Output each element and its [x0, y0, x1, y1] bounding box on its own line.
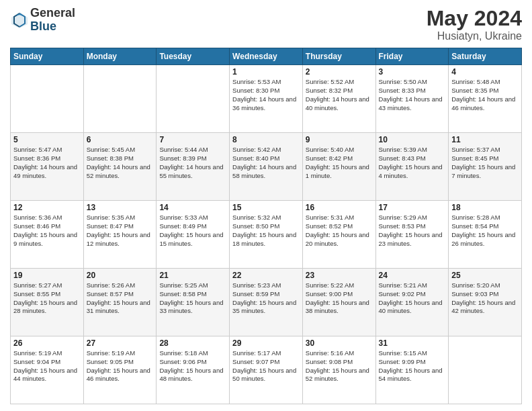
day-number: 7	[159, 135, 226, 144]
day-number: 28	[159, 338, 226, 348]
day-info: Sunrise: 5:31 AM Sunset: 8:52 PM Dayligh…	[306, 214, 373, 248]
day-cell: 26Sunrise: 5:19 AM Sunset: 9:04 PM Dayli…	[11, 336, 84, 404]
day-number: 10	[379, 135, 446, 144]
day-number: 22	[232, 271, 300, 280]
day-info: Sunrise: 5:25 AM Sunset: 8:58 PM Dayligh…	[159, 281, 226, 316]
day-header-monday: Monday	[83, 48, 157, 65]
day-number: 3	[379, 67, 446, 77]
week-row-4: 26Sunrise: 5:19 AM Sunset: 9:04 PM Dayli…	[11, 336, 522, 404]
day-info: Sunrise: 5:23 AM Sunset: 8:59 PM Dayligh…	[232, 281, 300, 316]
day-number: 26	[13, 338, 81, 348]
day-info: Sunrise: 5:19 AM Sunset: 9:04 PM Dayligh…	[13, 349, 81, 383]
day-header-thursday: Thursday	[302, 48, 375, 65]
logo-text: General Blue	[30, 7, 75, 34]
day-cell	[157, 65, 230, 133]
day-info: Sunrise: 5:22 AM Sunset: 9:00 PM Dayligh…	[306, 281, 373, 316]
day-cell: 18Sunrise: 5:28 AM Sunset: 8:54 PM Dayli…	[449, 201, 522, 269]
day-info: Sunrise: 5:17 AM Sunset: 9:07 PM Dayligh…	[232, 349, 300, 383]
day-number: 16	[306, 203, 373, 212]
day-cell: 1Sunrise: 5:53 AM Sunset: 8:30 PM Daylig…	[230, 65, 303, 133]
day-number: 1	[232, 67, 300, 77]
day-cell: 2Sunrise: 5:52 AM Sunset: 8:32 PM Daylig…	[302, 65, 375, 133]
week-row-1: 5Sunrise: 5:47 AM Sunset: 8:36 PM Daylig…	[11, 133, 522, 201]
day-cell: 30Sunrise: 5:16 AM Sunset: 9:08 PM Dayli…	[302, 336, 375, 404]
day-number: 27	[87, 338, 154, 348]
day-info: Sunrise: 5:18 AM Sunset: 9:06 PM Dayligh…	[159, 349, 226, 383]
day-number: 4	[451, 67, 519, 77]
day-cell: 12Sunrise: 5:36 AM Sunset: 8:46 PM Dayli…	[11, 201, 84, 269]
calendar-table: SundayMondayTuesdayWednesdayThursdayFrid…	[10, 48, 522, 404]
day-number: 30	[306, 338, 373, 348]
page: General Blue May 2024 Husiatyn, Ukraine …	[0, 0, 532, 411]
day-number: 19	[13, 271, 81, 280]
day-number: 13	[87, 203, 154, 212]
week-row-3: 19Sunrise: 5:27 AM Sunset: 8:55 PM Dayli…	[11, 269, 522, 336]
day-header-friday: Friday	[375, 48, 449, 65]
day-cell: 28Sunrise: 5:18 AM Sunset: 9:06 PM Dayli…	[157, 336, 230, 404]
day-cell: 21Sunrise: 5:25 AM Sunset: 8:58 PM Dayli…	[157, 269, 230, 336]
day-info: Sunrise: 5:29 AM Sunset: 8:53 PM Dayligh…	[379, 214, 446, 248]
day-info: Sunrise: 5:36 AM Sunset: 8:46 PM Dayligh…	[13, 214, 81, 248]
day-info: Sunrise: 5:32 AM Sunset: 8:50 PM Dayligh…	[232, 214, 300, 248]
day-number: 24	[379, 271, 446, 280]
day-info: Sunrise: 5:26 AM Sunset: 8:57 PM Dayligh…	[87, 281, 154, 316]
day-cell: 9Sunrise: 5:40 AM Sunset: 8:42 PM Daylig…	[302, 133, 375, 201]
day-number: 23	[306, 271, 373, 280]
day-number: 29	[232, 338, 300, 348]
day-info: Sunrise: 5:44 AM Sunset: 8:39 PM Dayligh…	[159, 146, 226, 180]
day-info: Sunrise: 5:19 AM Sunset: 9:05 PM Dayligh…	[87, 349, 154, 383]
day-info: Sunrise: 5:16 AM Sunset: 9:08 PM Dayligh…	[306, 349, 373, 383]
day-cell: 6Sunrise: 5:45 AM Sunset: 8:38 PM Daylig…	[83, 133, 157, 201]
day-cell: 19Sunrise: 5:27 AM Sunset: 8:55 PM Dayli…	[11, 269, 84, 336]
day-info: Sunrise: 5:35 AM Sunset: 8:47 PM Dayligh…	[87, 214, 154, 248]
day-number: 21	[159, 271, 226, 280]
day-number: 5	[13, 135, 81, 144]
day-header-wednesday: Wednesday	[230, 48, 303, 65]
day-number: 11	[451, 135, 519, 144]
day-info: Sunrise: 5:15 AM Sunset: 9:09 PM Dayligh…	[379, 349, 446, 383]
day-cell: 14Sunrise: 5:33 AM Sunset: 8:49 PM Dayli…	[157, 201, 230, 269]
day-info: Sunrise: 5:42 AM Sunset: 8:40 PM Dayligh…	[232, 146, 300, 180]
logo: General Blue	[10, 7, 75, 34]
day-info: Sunrise: 5:48 AM Sunset: 8:35 PM Dayligh…	[451, 78, 519, 112]
day-cell: 7Sunrise: 5:44 AM Sunset: 8:39 PM Daylig…	[157, 133, 230, 201]
day-header-tuesday: Tuesday	[157, 48, 230, 65]
day-cell: 15Sunrise: 5:32 AM Sunset: 8:50 PM Dayli…	[230, 201, 303, 269]
day-cell: 27Sunrise: 5:19 AM Sunset: 9:05 PM Dayli…	[83, 336, 157, 404]
day-cell: 29Sunrise: 5:17 AM Sunset: 9:07 PM Dayli…	[230, 336, 303, 404]
day-number: 2	[306, 67, 373, 77]
calendar: SundayMondayTuesdayWednesdayThursdayFrid…	[10, 48, 522, 404]
day-info: Sunrise: 5:27 AM Sunset: 8:55 PM Dayligh…	[13, 281, 81, 316]
day-cell: 23Sunrise: 5:22 AM Sunset: 9:00 PM Dayli…	[302, 269, 375, 336]
day-info: Sunrise: 5:37 AM Sunset: 8:45 PM Dayligh…	[451, 146, 519, 180]
day-number: 9	[306, 135, 373, 144]
day-info: Sunrise: 5:39 AM Sunset: 8:43 PM Dayligh…	[379, 146, 446, 180]
location: Husiatyn, Ukraine	[427, 30, 522, 42]
day-number: 20	[87, 271, 154, 280]
week-row-2: 12Sunrise: 5:36 AM Sunset: 8:46 PM Dayli…	[11, 201, 522, 269]
day-cell	[11, 65, 84, 133]
day-cell: 4Sunrise: 5:48 AM Sunset: 8:35 PM Daylig…	[449, 65, 522, 133]
day-header-sunday: Sunday	[11, 48, 84, 65]
day-number: 14	[159, 203, 226, 212]
day-cell: 17Sunrise: 5:29 AM Sunset: 8:53 PM Dayli…	[375, 201, 449, 269]
day-cell: 16Sunrise: 5:31 AM Sunset: 8:52 PM Dayli…	[302, 201, 375, 269]
day-cell: 10Sunrise: 5:39 AM Sunset: 8:43 PM Dayli…	[375, 133, 449, 201]
day-cell: 13Sunrise: 5:35 AM Sunset: 8:47 PM Dayli…	[83, 201, 157, 269]
day-info: Sunrise: 5:40 AM Sunset: 8:42 PM Dayligh…	[306, 146, 373, 180]
day-number: 17	[379, 203, 446, 212]
header: General Blue May 2024 Husiatyn, Ukraine	[10, 7, 522, 42]
day-header-saturday: Saturday	[449, 48, 522, 65]
day-cell: 24Sunrise: 5:21 AM Sunset: 9:02 PM Dayli…	[375, 269, 449, 336]
day-cell: 31Sunrise: 5:15 AM Sunset: 9:09 PM Dayli…	[375, 336, 449, 404]
logo-general-text: General	[30, 7, 75, 20]
day-number: 15	[232, 203, 300, 212]
day-number: 31	[379, 338, 446, 348]
day-number: 18	[451, 203, 519, 212]
logo-icon	[10, 11, 29, 30]
day-cell: 3Sunrise: 5:50 AM Sunset: 8:33 PM Daylig…	[375, 65, 449, 133]
title-block: May 2024 Husiatyn, Ukraine	[427, 7, 522, 42]
day-info: Sunrise: 5:20 AM Sunset: 9:03 PM Dayligh…	[451, 281, 519, 316]
day-info: Sunrise: 5:52 AM Sunset: 8:32 PM Dayligh…	[306, 78, 373, 112]
day-cell	[83, 65, 157, 133]
